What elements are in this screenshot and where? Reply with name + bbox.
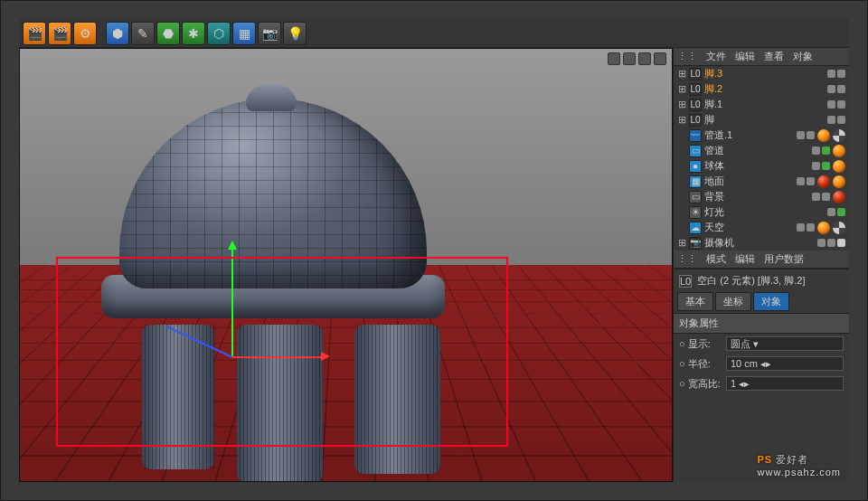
tab-file[interactable]: 文件 [706,50,726,63]
tab-coord[interactable]: 坐标 [715,292,751,311]
attr-input[interactable]: 1 ◂▸ [726,376,844,391]
attr-row: ○ 显示: 圆点 ▾ [674,334,849,354]
om-row[interactable]: ⊞ L0 脚.3 [674,66,849,81]
object-label[interactable]: 脚.1 [704,98,825,111]
null-icon: L0 [679,275,692,288]
object-type-icon: ▭ [689,191,702,203]
model-dome [92,99,454,388]
tool-cube[interactable]: ⬢ [106,22,129,45]
visibility-dots[interactable] [797,131,815,139]
main-toolbar: 🎬 🎬 ⚙ ⬢ ✎ ⬣ ✱ ⬡ ▦ 📷 💡 [19,19,849,48]
tab-object[interactable]: 对象 [793,50,813,63]
visibility-dots[interactable] [817,239,845,247]
visibility-dots[interactable] [797,177,815,185]
tab-edit2[interactable]: 编辑 [735,252,755,266]
expand-icon[interactable]: ⊞ [677,114,686,126]
object-label[interactable]: 天空 [704,221,794,234]
visibility-dots[interactable] [812,147,830,155]
expand-icon[interactable]: ⊞ [677,237,686,249]
tool-floor[interactable]: ▦ [232,22,256,45]
tool-array[interactable]: ✱ [182,22,205,45]
tool-render-1[interactable]: 🎬 [23,22,46,45]
om-row[interactable]: ▭ 管道 [674,143,849,158]
tab-mode[interactable]: 模式 [706,252,726,266]
tool-deformer[interactable]: ⬡ [207,22,231,45]
tab-obj[interactable]: 对象 [753,292,789,311]
om-row[interactable]: 〰 管道.1 [674,128,849,143]
visibility-dots[interactable] [827,116,845,124]
watermark: PS 爱好者 www.psahz.com [758,450,841,477]
object-label[interactable]: 脚.2 [704,82,825,96]
object-type-icon: 〰 [689,129,702,142]
attr-row: ○ 半径: 10 cm ◂▸ [674,354,849,373]
object-label[interactable]: 管道.1 [704,128,794,142]
expand-icon[interactable]: ⊞ [677,68,686,80]
attr-label: ○ 显示: [679,337,721,351]
visibility-dots[interactable] [812,162,830,170]
tool-light[interactable]: 💡 [283,22,307,45]
visibility-dots[interactable] [827,100,845,109]
object-type-icon: L0 [689,83,702,96]
tool-render-2[interactable]: 🎬 [48,22,71,45]
attr-label: ○ 宽高比: [679,377,721,391]
om-row[interactable]: ⊞ L0 脚 [674,112,849,128]
attr-row: ○ 宽高比: 1 ◂▸ [674,373,849,393]
tool-nurbs[interactable]: ⬣ [156,22,180,45]
tool-camera[interactable]: 📷 [258,22,281,45]
tab-basic[interactable]: 基本 [677,292,713,311]
object-type-icon: ● [689,160,702,173]
object-type-icon: L0 [689,99,702,111]
object-manager-tabs: ⋮⋮ 文件 编辑 查看 对象 [674,48,849,66]
object-type-icon: ▭ [689,145,702,157]
right-panel: ⋮⋮ 文件 编辑 查看 对象 ⊞ L0 脚.3 ⊞ L0 脚.2 ⊞ L0 脚.… [673,48,849,482]
object-label[interactable]: 脚 [704,113,825,127]
om-row[interactable]: ⊞ L0 脚.1 [674,97,849,112]
tab-view[interactable]: 查看 [764,50,784,63]
tool-render-settings[interactable]: ⚙ [73,22,97,45]
attr-input[interactable]: 圆点 ▾ [726,336,844,351]
object-label[interactable]: 摄像机 [704,236,815,250]
object-label[interactable]: 地面 [704,175,794,188]
viewport-nav-icons[interactable] [608,52,666,65]
om-row[interactable]: ⊞ 📷 摄像机 [674,235,849,250]
visibility-dots[interactable] [827,70,845,78]
visibility-dots[interactable] [797,223,815,232]
expand-icon[interactable]: ⊞ [677,99,686,110]
object-type-icon: 📷 [689,237,702,250]
object-label[interactable]: 脚.3 [704,67,825,80]
tab-userdata[interactable]: 用户数据 [764,252,804,266]
attr-input[interactable]: 10 cm ◂▸ [726,356,844,371]
visibility-dots[interactable] [812,193,830,201]
om-row[interactable]: ⊞ L0 脚.2 [674,81,849,97]
om-row[interactable]: ☀ 灯光 [674,204,849,220]
om-row[interactable]: ▭ 背景 [674,189,849,204]
object-label[interactable]: 管道 [704,144,809,157]
selection-info: 空白 (2 元素) [脚.3, 脚.2] [697,274,805,288]
object-manager[interactable]: ⊞ L0 脚.3 ⊞ L0 脚.2 ⊞ L0 脚.1 ⊞ L0 脚 〰 管道.1… [674,66,849,250]
object-type-icon: ▦ [689,175,702,188]
om-row[interactable]: ☁ 天空 [674,220,849,235]
expand-icon[interactable]: ⊞ [677,83,686,95]
visibility-dots[interactable] [827,208,845,216]
om-row[interactable]: ● 球体 [674,158,849,174]
attr-label: ○ 半径: [679,357,721,371]
object-type-icon: ☀ [689,206,702,219]
object-type-icon: L0 [689,114,702,127]
attr-section-head: 对象属性 [674,313,849,334]
tab-edit[interactable]: 编辑 [735,50,755,63]
om-row[interactable]: ▦ 地面 [674,174,849,189]
object-label[interactable]: 灯光 [704,205,825,219]
object-type-icon: ☁ [689,222,702,234]
object-label[interactable]: 球体 [704,159,809,173]
tool-pen[interactable]: ✎ [131,22,155,45]
object-type-icon: L0 [689,68,702,80]
visibility-dots[interactable] [827,85,845,93]
object-label[interactable]: 背景 [704,190,809,203]
viewport-3d[interactable] [19,48,673,482]
attribute-tabs: ⋮⋮ 模式 编辑 用户数据 [674,250,849,269]
